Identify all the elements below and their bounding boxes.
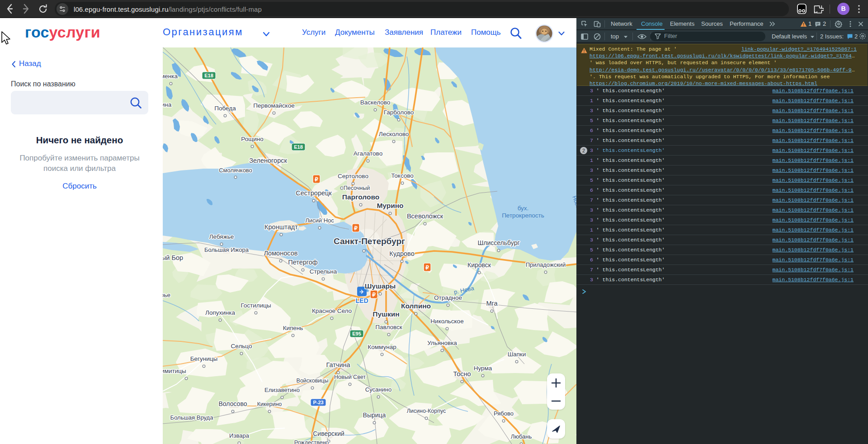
svg-text:Рябово: Рябово — [494, 410, 514, 417]
svg-text:Сусанино: Сусанино — [365, 386, 392, 393]
svg-text:Шапки: Шапки — [508, 351, 526, 358]
svg-text:Извара: Извара — [229, 432, 250, 439]
svg-text:E18: E18 — [294, 144, 303, 150]
svg-text:E95: E95 — [352, 331, 361, 336]
svg-text:Стрельна: Стрельна — [310, 268, 337, 275]
svg-text:рье: рье — [163, 292, 170, 298]
svg-text:Кировск: Кировск — [467, 261, 491, 269]
svg-text:Большая Ижора: Большая Ижора — [204, 246, 249, 253]
svg-text:Парголово: Парголово — [342, 193, 379, 201]
svg-text:Большая Вруда: Большая Вруда — [170, 414, 214, 421]
svg-text:Агалатово: Агалатово — [354, 150, 382, 157]
svg-text:Гатчина: Гатчина — [326, 361, 350, 368]
svg-text:Тосно: Тосно — [453, 370, 471, 378]
svg-text:Мурино: Мурино — [377, 202, 403, 209]
svg-text:менка: менка — [163, 73, 178, 80]
svg-text:Лопухинка: Лопухинка — [205, 309, 235, 316]
svg-text:Елизаветино: Елизаветино — [264, 387, 300, 393]
svg-text:Лебяжье: Лебяжье — [209, 233, 234, 240]
svg-text:Рождествено: Рождествено — [294, 439, 329, 444]
svg-text:Нурма: Нурма — [474, 365, 492, 372]
svg-text:Новый Свет: Новый Свет — [334, 374, 366, 380]
svg-text:Бегуницы: Бегуницы — [190, 355, 217, 362]
svg-text:Колпино: Колпино — [401, 302, 431, 310]
svg-text:Кипень: Кипень — [283, 325, 303, 331]
svg-text:Всеволожск: Всеволожск — [407, 213, 443, 220]
svg-text:Рощино: Рощино — [241, 136, 264, 142]
svg-text:₽: ₽ — [315, 176, 318, 183]
svg-text:Песочный: Песочный — [344, 185, 370, 191]
svg-text:✈: ✈ — [359, 288, 364, 295]
svg-text:Лесколово: Лесколово — [379, 131, 409, 137]
svg-text:Приладожский: Приладожский — [526, 261, 566, 268]
svg-text:Любань: Любань — [511, 433, 532, 440]
svg-text:Санкт-Петербург: Санкт-Петербург — [334, 236, 405, 246]
svg-text:Вырица: Вырица — [363, 411, 386, 419]
svg-text:Отрадное: Отрадное — [434, 294, 462, 301]
svg-text:Токсово: Токсово — [391, 172, 414, 179]
svg-text:Лисино-Корпус: Лисино-Корпус — [407, 408, 446, 414]
svg-text:Петрокрепость: Петрокрепость — [502, 212, 544, 219]
svg-text:Войсковицы: Войсковицы — [297, 378, 329, 384]
svg-text:Кронштадт: Кронштадт — [264, 223, 298, 231]
svg-text:Зеленогорск: Зеленогорск — [249, 157, 287, 164]
svg-text:Гостилицы: Гостилицы — [241, 302, 271, 309]
svg-text:ина: ина — [163, 101, 172, 108]
svg-text:P-23: P-23 — [313, 400, 323, 405]
svg-text:Красное Село: Красное Село — [312, 307, 352, 314]
svg-text:Павловск: Павловск — [375, 324, 402, 331]
svg-text:Сестрорецк: Сестрорецк — [296, 189, 332, 197]
svg-text:бух.: бух. — [518, 205, 529, 212]
svg-text:Васкелово: Васкелово — [360, 99, 390, 106]
svg-text:Победа: Победа — [214, 105, 236, 112]
svg-text:Пушкин: Пушкин — [373, 310, 399, 318]
svg-text:имитицы: имитицы — [163, 368, 186, 374]
svg-text:Петергоф: Петергоф — [288, 259, 318, 266]
svg-text:Гарболово: Гарболово — [384, 109, 414, 116]
svg-text:Кудрово: Кудрово — [389, 250, 414, 257]
svg-text:Шлиссельбург: Шлиссельбург — [477, 239, 519, 246]
svg-text:Коммунар: Коммунар — [368, 344, 396, 350]
svg-text:Первомайское: Первомайское — [253, 102, 294, 109]
svg-text:₽: ₽ — [354, 225, 358, 231]
svg-text:Ульяновка: Ульяновка — [427, 340, 457, 346]
svg-text:Сертолово: Сертолово — [338, 173, 368, 179]
svg-text:Ломоносов: Ломоносов — [264, 250, 298, 257]
svg-text:Сельцо: Сельцо — [231, 343, 252, 350]
svg-text:Мга: Мга — [486, 300, 498, 307]
svg-text:Шушары: Шушары — [365, 282, 396, 290]
svg-text:Смолячково: Смолячково — [219, 167, 252, 174]
svg-text:₽: ₽ — [425, 265, 429, 271]
svg-text:Сиверский: Сиверский — [313, 430, 344, 437]
svg-text:E18: E18 — [204, 73, 213, 78]
svg-text:₽: ₽ — [372, 292, 376, 298]
svg-text:Лисий Нос: Лисий Нос — [305, 217, 334, 224]
svg-text:Волосово: Волосово — [219, 400, 247, 407]
svg-text:LED: LED — [356, 297, 368, 304]
svg-text:ый Бор: ый Бор — [163, 254, 183, 261]
svg-text:Кикерино: Кикерино — [257, 401, 282, 407]
svg-text:Никольское: Никольское — [430, 318, 463, 325]
